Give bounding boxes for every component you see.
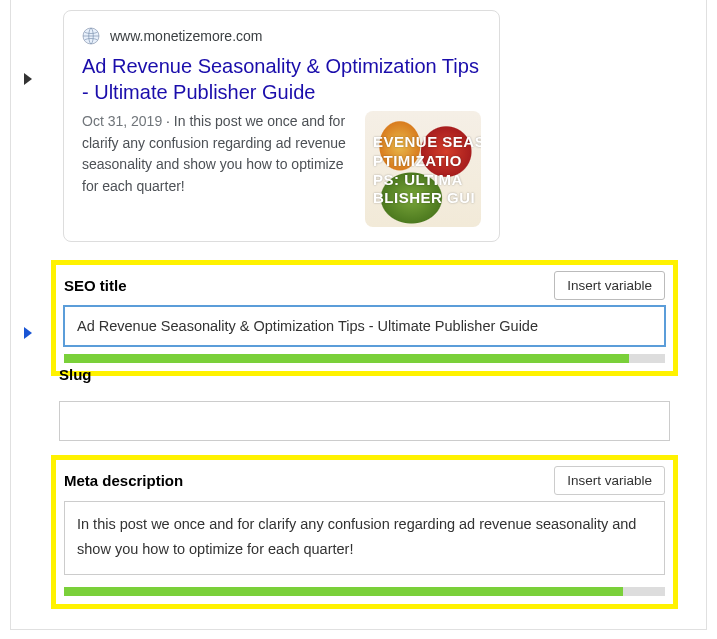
- preview-thumbnail: EVENUE SEASONALI PTIMIZATIO PS: ULTIMA B…: [365, 111, 481, 227]
- preview-date-separator: ·: [166, 113, 174, 129]
- preview-collapse-caret[interactable]: [24, 73, 32, 85]
- preview-description: Oct 31, 2019 · In this post we once and …: [82, 111, 351, 227]
- meta-description-insert-variable-button[interactable]: Insert variable: [554, 466, 665, 495]
- seo-editor-panel: www.monetizemore.com Ad Revenue Seasonal…: [10, 0, 707, 630]
- seo-title-progress: [64, 354, 665, 363]
- slug-section: Slug: [11, 378, 706, 441]
- slug-label: Slug: [59, 366, 670, 383]
- preview-title-link[interactable]: Ad Revenue Seasonality & Optimization Ti…: [82, 53, 481, 105]
- seo-title-label: SEO title: [64, 277, 127, 294]
- seo-title-insert-variable-button[interactable]: Insert variable: [554, 271, 665, 300]
- meta-description-input[interactable]: [64, 501, 665, 575]
- meta-description-progress-fill: [64, 587, 623, 596]
- meta-description-highlight: Meta description Insert variable: [51, 455, 678, 609]
- seo-title-input[interactable]: [64, 306, 665, 346]
- thumbnail-overlay-text: EVENUE SEASONALI PTIMIZATIO PS: ULTIMA B…: [373, 133, 481, 208]
- preview-domain: www.monetizemore.com: [110, 28, 263, 44]
- seo-title-section: SEO title Insert variable: [11, 260, 706, 376]
- seo-title-progress-fill: [64, 354, 629, 363]
- globe-favicon-icon: [82, 27, 100, 45]
- slug-input[interactable]: [59, 401, 670, 441]
- preview-header: www.monetizemore.com: [82, 27, 481, 45]
- meta-description-section: Meta description Insert variable: [11, 455, 706, 609]
- seo-title-highlight: SEO title Insert variable: [51, 260, 678, 376]
- meta-description-label: Meta description: [64, 472, 183, 489]
- preview-date: Oct 31, 2019: [82, 113, 162, 129]
- meta-description-progress: [64, 587, 665, 596]
- search-preview-card: www.monetizemore.com Ad Revenue Seasonal…: [63, 10, 500, 242]
